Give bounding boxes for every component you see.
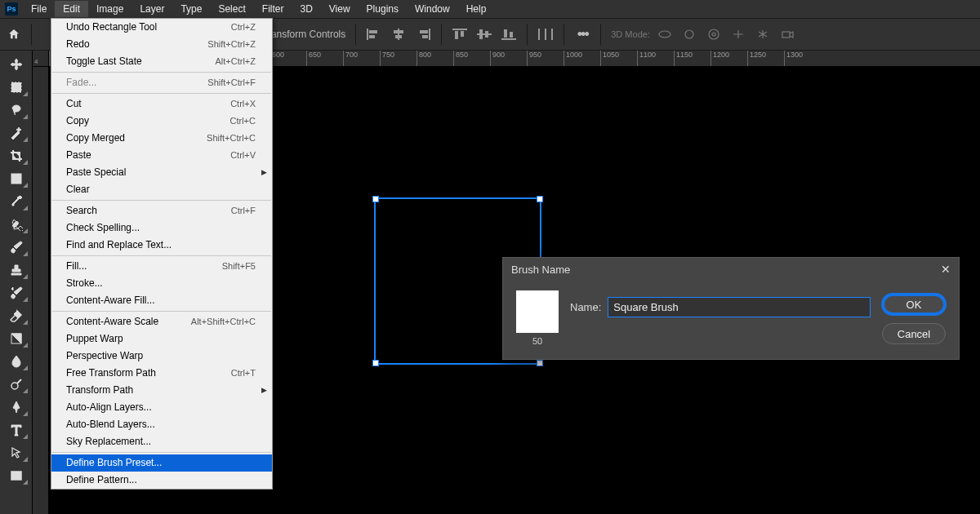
svg-point-21: [659, 31, 670, 38]
svg-point-22: [685, 30, 693, 38]
handle-br[interactable]: [537, 360, 543, 366]
menu-image[interactable]: Image: [88, 1, 131, 17]
svg-point-24: [709, 29, 719, 39]
zoom3d-icon[interactable]: [755, 26, 771, 42]
align-left-icon[interactable]: [366, 26, 382, 42]
menu-plugins[interactable]: Plugins: [359, 1, 407, 17]
align-top-icon[interactable]: [452, 26, 468, 42]
svg-rect-2: [369, 35, 375, 38]
tool-path-select[interactable]: [3, 442, 29, 463]
menu-view[interactable]: View: [321, 1, 359, 17]
svg-rect-10: [455, 31, 458, 39]
svg-rect-13: [479, 29, 483, 39]
svg-rect-7: [420, 30, 428, 33]
menu-item-find-and-replace-text[interactable]: Find and Replace Text...: [51, 237, 272, 254]
tool-brush[interactable]: [3, 237, 29, 258]
tool-dodge[interactable]: [3, 374, 29, 395]
camera3d-icon[interactable]: [779, 26, 795, 42]
menu-item-auto-align-layers[interactable]: Auto-Align Layers...: [51, 399, 272, 416]
svg-rect-12: [477, 33, 492, 35]
tool-lasso[interactable]: [3, 100, 29, 121]
tool-pen[interactable]: [3, 397, 29, 418]
svg-rect-1: [369, 30, 377, 33]
brush-name-dialog: Brush Name ✕ 50 Name: OK Cancel: [502, 257, 960, 360]
menu-layer[interactable]: Layer: [131, 1, 172, 17]
menubar: Ps FileEditImageLayerTypeSelectFilter3DV…: [0, 0, 980, 18]
menu-item-toggle-last-state[interactable]: Toggle Last StateAlt+Ctrl+Z: [51, 53, 272, 70]
menu-item-paste-special[interactable]: Paste Special▶: [51, 164, 272, 181]
menu-item-auto-blend-layers[interactable]: Auto-Blend Layers...: [51, 416, 272, 433]
tool-wand[interactable]: [3, 122, 29, 144]
menu-item-paste[interactable]: PasteCtrl+V: [51, 147, 272, 164]
tool-move[interactable]: [3, 54, 29, 75]
menu-filter[interactable]: Filter: [254, 1, 292, 17]
dialog-title-text: Brush Name: [511, 264, 570, 276]
menu-item-transform-path[interactable]: Transform Path▶: [51, 382, 272, 399]
menu-help[interactable]: Help: [458, 1, 495, 17]
menu-item-stroke[interactable]: Stroke...: [51, 275, 272, 292]
menu-item-search[interactable]: SearchCtrl+F: [51, 202, 272, 219]
tool-blur[interactable]: [3, 351, 29, 372]
tool-healing[interactable]: [3, 214, 29, 235]
cancel-button[interactable]: Cancel: [882, 323, 946, 344]
tool-rectangle[interactable]: [3, 465, 29, 486]
menu-item-free-transform-path[interactable]: Free Transform PathCtrl+T: [51, 365, 272, 382]
tool-stamp[interactable]: [3, 259, 29, 281]
tool-crop[interactable]: [3, 145, 29, 166]
align-bottom-icon[interactable]: [501, 26, 517, 42]
menu-3d[interactable]: 3D: [292, 1, 320, 17]
menu-file[interactable]: File: [23, 1, 55, 17]
menu-item-content-aware-fill[interactable]: Content-Aware Fill...: [51, 292, 272, 309]
ruler-corner: 4: [33, 51, 49, 67]
menu-item-check-spelling[interactable]: Check Spelling...: [51, 219, 272, 237]
tool-frame[interactable]: [3, 168, 29, 189]
svg-rect-31: [11, 472, 21, 480]
brush-name-input[interactable]: [608, 297, 871, 317]
menu-item-redo[interactable]: RedoShift+Ctrl+Z: [51, 36, 272, 53]
mode3d-label: 3D Mode:: [611, 29, 650, 39]
menu-item-fill[interactable]: Fill...Shift+F5: [51, 258, 272, 275]
menu-item-undo-rectangle-tool[interactable]: Undo Rectangle ToolCtrl+Z: [51, 19, 272, 36]
close-icon[interactable]: ✕: [941, 263, 951, 276]
menu-edit[interactable]: Edit: [55, 1, 88, 17]
tool-eyedropper[interactable]: [3, 191, 29, 212]
menu-window[interactable]: Window: [407, 1, 458, 17]
handle-bl[interactable]: [372, 360, 379, 366]
pan3d-icon[interactable]: [706, 26, 722, 42]
distribute-icon[interactable]: [537, 26, 554, 42]
svg-point-30: [11, 383, 18, 389]
svg-rect-8: [422, 35, 428, 38]
ok-button[interactable]: OK: [882, 294, 946, 315]
menu-item-perspective-warp[interactable]: Perspective Warp: [51, 348, 272, 365]
svg-rect-25: [782, 32, 790, 38]
menu-item-fade: Fade...Shift+Ctrl+F: [51, 74, 272, 91]
menu-item-sky-replacement[interactable]: Sky Replacement...: [51, 433, 272, 450]
menu-item-define-brush-preset[interactable]: Define Brush Preset...: [51, 454, 272, 472]
menu-type[interactable]: Type: [172, 1, 210, 17]
orbit3d-icon[interactable]: [657, 26, 673, 42]
align-center-h-icon[interactable]: [390, 26, 407, 42]
align-middle-icon[interactable]: [476, 26, 492, 42]
menu-item-clear[interactable]: Clear: [51, 181, 272, 198]
svg-rect-19: [545, 29, 546, 40]
align-right-icon[interactable]: [415, 26, 431, 42]
menu-item-cut[interactable]: CutCtrl+X: [51, 95, 272, 113]
handle-tl[interactable]: [372, 196, 379, 202]
menu-select[interactable]: Select: [210, 1, 253, 17]
roll3d-icon[interactable]: [681, 26, 697, 42]
menu-item-copy[interactable]: CopyCtrl+C: [51, 113, 272, 130]
slide3d-icon[interactable]: [730, 26, 746, 42]
tool-gradient[interactable]: [3, 328, 29, 349]
svg-rect-11: [461, 31, 464, 37]
tool-type[interactable]: [3, 419, 29, 441]
menu-item-content-aware-scale[interactable]: Content-Aware ScaleAlt+Shift+Ctrl+C: [51, 313, 272, 330]
more-options-icon[interactable]: •••: [574, 26, 590, 42]
handle-tr[interactable]: [537, 196, 543, 202]
tool-history-brush[interactable]: [3, 282, 29, 304]
tool-eraser[interactable]: [3, 305, 29, 326]
menu-item-define-pattern[interactable]: Define Pattern...: [51, 472, 272, 489]
home-icon[interactable]: [7, 28, 21, 41]
menu-item-puppet-warp[interactable]: Puppet Warp: [51, 330, 272, 348]
menu-item-copy-merged[interactable]: Copy MergedShift+Ctrl+C: [51, 130, 272, 147]
tool-marquee[interactable]: [3, 77, 29, 98]
